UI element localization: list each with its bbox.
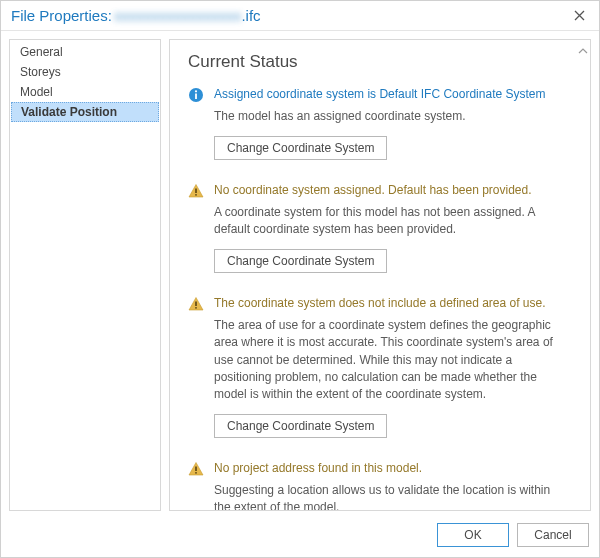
svg-point-6: [195, 306, 197, 308]
sidebar-item-label: Model: [20, 85, 53, 99]
sidebar: General Storeys Model Validate Position: [9, 39, 161, 511]
status-body: No coordinate system assigned. Default h…: [214, 182, 570, 273]
dialog-footer: OK Cancel: [1, 515, 599, 557]
status-description: The area of use for a coordinate system …: [214, 317, 570, 404]
status-description: A coordinate system for this model has n…: [214, 204, 570, 239]
cancel-button[interactable]: Cancel: [517, 523, 589, 547]
status-body: Assigned coordinate system is Default IF…: [214, 86, 570, 160]
ok-button[interactable]: OK: [437, 523, 509, 547]
status-title: No project address found in this model.: [214, 460, 570, 476]
content-panel: Current Status Assigned coordinate syste…: [169, 39, 591, 511]
svg-rect-1: [195, 94, 197, 100]
sidebar-item-label: Storeys: [20, 65, 61, 79]
warning-icon: [188, 296, 204, 312]
svg-rect-7: [195, 466, 197, 471]
status-body: No project address found in this model. …: [214, 460, 570, 510]
chevron-up-icon: [578, 46, 588, 56]
status-title: The coordinate system does not include a…: [214, 295, 570, 311]
title-extension: .ifc: [241, 7, 260, 24]
status-title: Assigned coordinate system is Default IF…: [214, 86, 570, 102]
status-description: The model has an assigned coordinate sys…: [214, 108, 570, 125]
info-icon: [188, 87, 204, 103]
status-body: The coordinate system does not include a…: [214, 295, 570, 438]
change-coordinate-system-button[interactable]: Change Coordinate System: [214, 249, 387, 273]
content-heading: Current Status: [188, 52, 570, 72]
sidebar-item-storeys[interactable]: Storeys: [10, 62, 160, 82]
file-properties-dialog: File Properties: xxxxxxxxxxxxxxxxx .ifc …: [0, 0, 600, 558]
change-coordinate-system-button[interactable]: Change Coordinate System: [214, 136, 387, 160]
titlebar: File Properties: xxxxxxxxxxxxxxxxx .ifc: [1, 1, 599, 31]
close-button[interactable]: [567, 4, 591, 28]
scroll-up-button[interactable]: [578, 46, 588, 56]
content-scroll[interactable]: Current Status Assigned coordinate syste…: [170, 40, 590, 510]
status-block-assigned-cs: Assigned coordinate system is Default IF…: [188, 86, 570, 160]
dialog-body: General Storeys Model Validate Position …: [1, 31, 599, 515]
sidebar-item-label: Validate Position: [21, 105, 117, 119]
warning-icon: [188, 183, 204, 199]
status-block-no-cs: No coordinate system assigned. Default h…: [188, 182, 570, 273]
svg-point-8: [195, 472, 197, 474]
status-block-no-project-address: No project address found in this model. …: [188, 460, 570, 510]
svg-rect-5: [195, 301, 197, 306]
svg-point-4: [195, 193, 197, 195]
sidebar-item-general[interactable]: General: [10, 42, 160, 62]
svg-point-2: [195, 90, 197, 92]
warning-icon: [188, 461, 204, 477]
close-icon: [574, 8, 585, 24]
title-prefix: File Properties:: [11, 7, 112, 24]
sidebar-item-model[interactable]: Model: [10, 82, 160, 102]
sidebar-item-validate-position[interactable]: Validate Position: [11, 102, 159, 122]
svg-rect-3: [195, 188, 197, 193]
change-coordinate-system-button[interactable]: Change Coordinate System: [214, 414, 387, 438]
title-filename-blurred: xxxxxxxxxxxxxxxxx: [114, 7, 242, 24]
sidebar-item-label: General: [20, 45, 63, 59]
status-title: No coordinate system assigned. Default h…: [214, 182, 570, 198]
status-block-no-area-of-use: The coordinate system does not include a…: [188, 295, 570, 438]
status-description: Suggesting a location allows us to valid…: [214, 482, 570, 510]
